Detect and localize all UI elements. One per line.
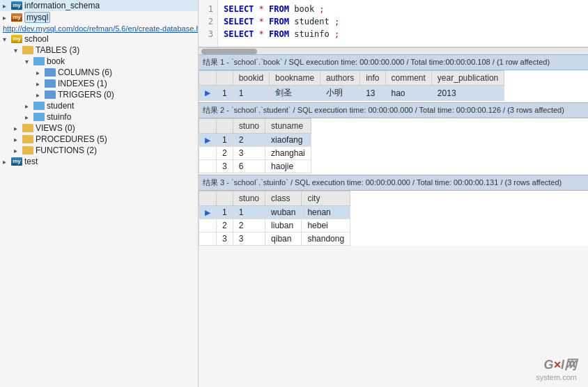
arrow-icon bbox=[25, 113, 33, 121]
horizontal-scrollbar[interactable] bbox=[199, 47, 588, 54]
line-num: 3 bbox=[203, 28, 213, 40]
sidebar-item-triggers[interactable]: TRIGGERS (0) bbox=[0, 89, 198, 100]
result-block-3: 结果 3 - `school`.`stuinfo` / SQL executio… bbox=[199, 175, 588, 246]
cell-comment: hao bbox=[385, 86, 431, 101]
arrow-icon bbox=[36, 80, 45, 88]
cell-city: shandong bbox=[302, 232, 350, 246]
scroll-thumb[interactable] bbox=[201, 49, 257, 54]
sidebar-item-tables[interactable]: TABLES (3) bbox=[0, 45, 198, 56]
sql-symbol: ; bbox=[334, 17, 339, 26]
col-marker bbox=[199, 191, 217, 206]
line-num: 2 bbox=[203, 15, 213, 28]
sidebar-item-information-schema[interactable]: my information_schema bbox=[0, 0, 198, 11]
sidebar-item-columns[interactable]: COLUMNS (6) bbox=[0, 67, 198, 78]
table-icon bbox=[33, 102, 45, 110]
row-marker bbox=[199, 219, 217, 232]
folder-icon bbox=[22, 146, 33, 155]
table-row[interactable]: ▶ 1 1 wuban henan bbox=[199, 206, 350, 219]
sql-table: student bbox=[294, 17, 330, 26]
col-authors: authors bbox=[320, 71, 360, 86]
sidebar-item-label: test bbox=[24, 157, 38, 166]
sidebar-item-label: FUNCTIONS (2) bbox=[36, 145, 97, 155]
result-table-wrapper-3: stuno class city ▶ 1 1 wuban henan bbox=[199, 191, 588, 246]
sidebar-item-label: information_schema bbox=[24, 1, 100, 10]
table-icon bbox=[33, 57, 45, 65]
sidebar-item-label: PROCEDURES (5) bbox=[36, 134, 107, 144]
sql-symbol: ; bbox=[319, 4, 324, 14]
cell-stuno: 1 bbox=[233, 206, 265, 219]
cell-stuno: 3 bbox=[233, 147, 265, 160]
arrow-icon bbox=[25, 58, 33, 65]
cell-authors: 小明 bbox=[320, 86, 360, 101]
result-table-wrapper-1: bookid bookname authors info comment yea… bbox=[199, 70, 588, 101]
col-year-publication: year_publication bbox=[431, 71, 504, 86]
arrow-icon bbox=[36, 69, 45, 77]
table-header-row: bookid bookname authors info comment yea… bbox=[199, 71, 504, 86]
col-class: class bbox=[265, 191, 302, 206]
table-row[interactable]: 3 3 qiban shandong bbox=[199, 232, 350, 246]
sidebar-item-label: TRIGGERS (0) bbox=[58, 90, 114, 100]
sql-symbol: * bbox=[259, 29, 264, 39]
table-row[interactable]: ▶ 1 1 剑圣 小明 13 hao 2013 bbox=[199, 86, 504, 101]
result-header-text: 结果 3 - `school`.`stuinfo` / SQL executio… bbox=[203, 177, 562, 188]
arrow-icon bbox=[14, 136, 22, 143]
sidebar-item-school[interactable]: my school bbox=[0, 33, 198, 45]
cell-stuno: 6 bbox=[233, 160, 265, 173]
folder-icon bbox=[45, 90, 56, 99]
sidebar-item-link[interactable]: http://dev.mysql.com/doc/refman/5.6/en/c… bbox=[0, 24, 198, 33]
result-header-text: 结果 2 - `school`.`student` / SQL executio… bbox=[203, 105, 564, 116]
col-marker bbox=[199, 71, 217, 86]
result-header-1: 结果 1 - `school`.`book` / SQL execution t… bbox=[199, 54, 588, 70]
arrow-icon bbox=[14, 125, 22, 132]
sidebar-item-label: TABLES (3) bbox=[36, 45, 79, 55]
sidebar-item-label: VIEWS (0) bbox=[36, 123, 75, 133]
row-marker bbox=[199, 232, 217, 246]
col-rownum bbox=[217, 191, 233, 206]
sql-line: SELECT * FROM stuinfo ; bbox=[224, 28, 582, 40]
sidebar-item-procedures[interactable]: PROCEDURES (5) bbox=[0, 134, 198, 145]
col-marker bbox=[199, 119, 217, 134]
row-num: 3 bbox=[217, 232, 233, 246]
result-header-2: 结果 2 - `school`.`student` / SQL executio… bbox=[199, 102, 588, 118]
result-block-2: 结果 2 - `school`.`student` / SQL executio… bbox=[199, 102, 588, 173]
cell-stuno: 2 bbox=[233, 219, 265, 232]
sql-keyword: SELECT bbox=[224, 4, 254, 14]
table-row[interactable]: ▶ 1 2 xiaofang bbox=[199, 134, 311, 147]
row-num: 1 bbox=[217, 134, 233, 147]
arrow-icon bbox=[14, 147, 22, 155]
sidebar-item-mysql[interactable]: my mysql bbox=[0, 11, 198, 24]
sidebar-item-student[interactable]: student bbox=[0, 100, 198, 111]
table-row[interactable]: 2 2 liuban hebei bbox=[199, 219, 350, 232]
cell-stuname: xiaofang bbox=[265, 134, 311, 147]
result-table-1: bookid bookname authors info comment yea… bbox=[199, 70, 504, 101]
sidebar-link-text[interactable]: http://dev.mysql.com/doc/refman/5.6/en/c… bbox=[3, 24, 199, 33]
row-marker: ▶ bbox=[199, 86, 217, 101]
folder-icon bbox=[22, 46, 33, 54]
sql-keyword: FROM bbox=[269, 17, 289, 26]
sidebar-item-stuinfo[interactable]: stuinfo bbox=[0, 111, 198, 123]
col-info: info bbox=[360, 71, 385, 86]
folder-icon bbox=[22, 135, 33, 143]
arrow-icon bbox=[3, 14, 11, 22]
sidebar-item-book[interactable]: book bbox=[0, 56, 198, 67]
sidebar-item-label: INDEXES (1) bbox=[58, 79, 107, 88]
sidebar-item-views[interactable]: VIEWS (0) bbox=[0, 123, 198, 134]
watermark-text: G×I网 bbox=[536, 356, 577, 373]
table-row[interactable]: 2 3 zhanghai bbox=[199, 147, 311, 160]
cell-class: wuban bbox=[265, 206, 302, 219]
sql-symbol: * bbox=[259, 4, 264, 14]
table-row[interactable]: 3 6 haojie bbox=[199, 160, 311, 173]
col-city: city bbox=[302, 191, 350, 206]
folder-icon bbox=[45, 68, 56, 77]
sidebar-item-label: stuinfo bbox=[47, 112, 71, 122]
row-num: 3 bbox=[217, 160, 233, 173]
table-header-row: stuno stuname bbox=[199, 119, 311, 134]
arrow-icon bbox=[3, 2, 11, 10]
sidebar-item-functions[interactable]: FUNCTIONS (2) bbox=[0, 145, 198, 156]
folder-icon bbox=[45, 79, 56, 88]
cell-city: hebei bbox=[302, 219, 350, 232]
col-bookid: bookid bbox=[233, 71, 269, 86]
sql-code[interactable]: SELECT * FROM book ; SELECT * FROM stude… bbox=[218, 0, 588, 47]
sidebar-item-test[interactable]: my test bbox=[0, 156, 198, 167]
sidebar-item-indexes[interactable]: INDEXES (1) bbox=[0, 78, 198, 89]
